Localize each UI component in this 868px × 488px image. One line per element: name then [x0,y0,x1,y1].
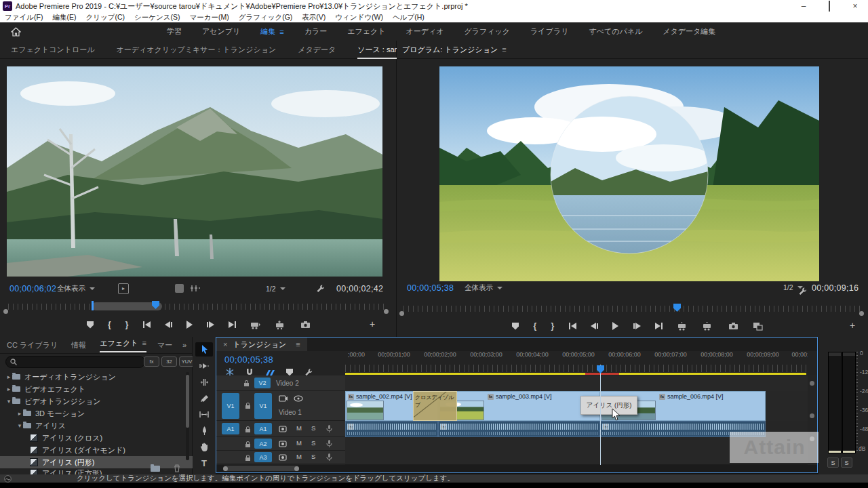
tab-effect-controls[interactable]: エフェクトコントロール [11,45,95,55]
step-forward-icon[interactable] [207,321,214,328]
program-scroll-left-handle[interactable] [399,311,404,316]
workspace-tab-color[interactable]: カラー [304,26,328,37]
track-patch-v1[interactable]: V1 [254,393,272,419]
panel-menu-icon[interactable]: ≡ [502,45,506,54]
track-lane-v2[interactable] [345,375,808,392]
extract-icon[interactable] [703,322,713,331]
tab-markers-truncated[interactable]: マー [157,340,172,350]
workspace-menu-icon[interactable]: ≡ [279,28,283,36]
mic-icon[interactable] [326,453,332,462]
hscroll-left-handle[interactable] [223,466,228,471]
comparison-view-icon[interactable] [753,322,763,331]
mute-button[interactable]: M [296,453,302,460]
workspace-tab-edit[interactable]: 編集≡ [260,26,283,37]
track-patch-a1[interactable]: A1 [254,423,272,434]
mark-out-icon[interactable]: } [125,320,129,329]
add-marker-icon[interactable] [286,369,293,376]
workspace-tab-learn[interactable]: 学習 [167,26,182,37]
ripple-edit-tool[interactable] [195,375,213,389]
home-button[interactable] [0,22,31,41]
timeline-tab[interactable]: × トランジション ≡ [216,338,307,351]
accelerated-effects-badge[interactable]: fx [144,357,159,367]
track-lane-v1[interactable]: fxsample_002.mp4 [V] fxsample_003.mp4 [V… [345,391,808,422]
step-back-icon[interactable] [165,321,172,328]
source-safe-margin-icon[interactable] [175,284,184,293]
hscroll-right-handle[interactable] [294,466,299,471]
selection-tool[interactable] [195,342,213,357]
source-zoom-range-bar[interactable] [92,302,162,310]
tree-item-3d-motion[interactable]: ▸3D モーション [0,407,201,420]
lock-icon[interactable] [245,402,251,409]
go-to-out-icon[interactable] [229,321,236,328]
tab-program[interactable]: プログラム: トランジション≡ [402,45,507,55]
workspace-tab-assembly[interactable]: アセンブリ [202,26,240,37]
program-wrench-icon[interactable] [798,287,807,296]
track-patch-a2[interactable]: A2 [254,439,272,449]
linked-selection-icon[interactable] [265,369,275,376]
menu-clip[interactable]: クリップ(C) [85,12,125,22]
close-tab-icon[interactable]: × [223,340,227,348]
mark-out-icon[interactable]: } [551,321,555,331]
audio-clip-sample-003[interactable]: fx [438,421,600,437]
source-wrench-icon[interactable] [316,284,325,293]
mic-icon[interactable] [326,439,332,448]
menu-help[interactable]: ヘルプ(H) [393,12,425,22]
tree-item-video-transitions[interactable]: ▾ビデオトランジション [0,395,190,407]
source-timecode[interactable]: 00;00;06;02 [9,284,56,293]
source-scroll-left-handle[interactable] [3,309,8,314]
menu-marker[interactable]: マーカー(M) [189,12,229,22]
go-to-out-icon[interactable] [655,323,663,329]
tree-item-audio-transitions[interactable]: ▸オーディオトランジション [0,371,190,383]
lock-icon[interactable] [245,426,251,433]
timeline-ruler[interactable]: ;00;00 00;00;01;00 00;00;02;00 00;00;03;… [345,351,808,365]
tab-effects[interactable]: エフェクト≡ [100,338,146,352]
workspace-tab-libraries[interactable]: ライブラリ [530,26,568,37]
speaker-icon[interactable] [279,426,288,432]
solo-button[interactable]: S [311,453,315,460]
lock-icon[interactable] [245,441,251,448]
menu-file[interactable]: ファイル(F) [5,12,43,22]
menu-view[interactable]: 表示(V) [302,12,326,22]
effects-scrollbar[interactable] [186,372,189,460]
transition-cross-dissolve[interactable]: クロスディゾルブ [413,391,457,421]
chevron-right-icon[interactable]: ▸ [16,410,23,417]
mark-in-icon[interactable]: { [108,320,111,329]
mic-icon[interactable] [326,424,332,433]
workspace-tab-effects[interactable]: エフェクト [347,26,385,37]
track-patch-v2[interactable]: V2 [254,378,271,388]
source-button-editor-plus[interactable]: + [370,319,375,329]
timeline-hscrollbar[interactable] [216,465,817,472]
track-select-forward-tool[interactable] [195,359,213,373]
lock-icon[interactable] [243,380,250,387]
scroll-handle[interactable] [810,413,814,418]
tab-overflow-icon[interactable]: » [182,341,186,349]
play-icon[interactable] [612,322,618,330]
chevron-down-icon[interactable]: ▾ [5,398,12,405]
trash-icon[interactable] [174,464,180,472]
tree-item-video-effects[interactable]: ▸ビデオエフェクト [0,383,190,395]
hand-tool[interactable] [195,440,213,454]
program-scroll-right-handle[interactable] [859,311,864,316]
tab-audio-clip-mixer[interactable]: オーディオクリップミキサー：トランジション [117,45,277,55]
program-timecode[interactable]: 00;00;05;38 [407,283,454,293]
workspace-tab-metadata[interactable]: メタデータ編集 [663,26,715,37]
eye-icon[interactable] [294,395,303,402]
solo-button[interactable]: S [311,439,315,447]
add-marker-icon[interactable] [512,323,519,330]
razor-tool[interactable] [195,391,213,405]
source-button-editor-icon[interactable] [191,285,200,292]
32bit-badge[interactable]: 32 [161,357,177,367]
type-tool[interactable]: T [195,456,213,470]
track-patch-a3[interactable]: A3 [254,452,272,462]
go-to-in-icon[interactable] [569,323,576,329]
tree-item-iris-diamond[interactable]: アイリス (ダイヤモンド) [0,444,214,456]
minimize-button[interactable]: – [791,0,816,12]
source-settings-icon[interactable]: ▸ [118,283,129,294]
step-forward-icon[interactable] [633,323,641,329]
close-button[interactable]: × [842,0,868,12]
solo-left-button[interactable]: S [827,458,839,468]
export-frame-icon[interactable] [300,321,311,329]
timeline-timecode[interactable]: 00;00;05;38 [224,354,273,365]
chevron-right-icon[interactable]: ▸ [5,373,12,380]
menu-window[interactable]: ウィンドウ(W) [335,12,383,22]
